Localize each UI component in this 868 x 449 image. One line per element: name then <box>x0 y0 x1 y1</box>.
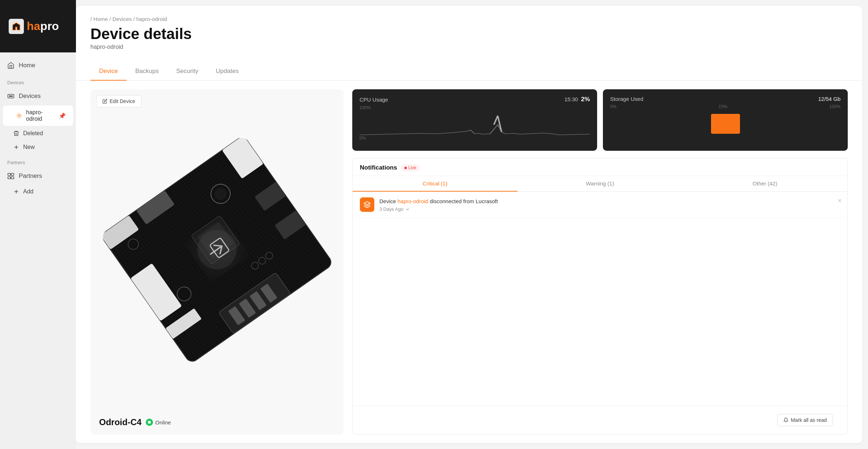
notifications-section: Notifications Live Critical (1) Warning … <box>352 158 848 435</box>
sidebar-item-partners[interactable]: Partners <box>0 167 76 185</box>
notifications-list: Device hapro-odroid disconnected from Lu… <box>353 192 847 406</box>
storage-mid: 23% <box>719 104 727 109</box>
device-panel: Edit Device <box>90 89 344 435</box>
notif-tab-other[interactable]: Other (42) <box>682 176 847 192</box>
storage-visual <box>610 113 841 134</box>
sidebar-item-home-label: Home <box>19 62 35 69</box>
logo-icon <box>9 19 24 34</box>
notifications-tabs: Critical (1) Warning (1) Other (42) <box>353 176 847 192</box>
storage-title: Storage Used <box>610 96 643 102</box>
notification-close-button[interactable]: × <box>838 197 842 204</box>
notifications-footer: Mark all as read <box>353 406 847 434</box>
breadcrumb-devices[interactable]: Devices <box>112 16 132 22</box>
notif-prefix: Device <box>379 198 397 204</box>
svg-point-1 <box>9 96 10 97</box>
device-image-container <box>90 89 344 410</box>
breadcrumb-current: hapro-odroid <box>136 16 167 22</box>
content-body: Edit Device <box>76 81 862 443</box>
tab-device[interactable]: Device <box>90 63 127 81</box>
notifications-header: Notifications Live <box>353 158 847 176</box>
sidebar-add-label: Add <box>23 188 33 195</box>
status-online-dot <box>146 419 153 426</box>
cpu-sub: 100% <box>359 105 590 110</box>
sidebar-deleted-label: Deleted <box>23 130 43 137</box>
page-title: Device details <box>90 26 848 42</box>
notification-icon <box>360 197 374 212</box>
pin-icon: 📌 <box>59 112 66 119</box>
content-card: / Home / Devices / hapro-odroid Device d… <box>76 6 862 443</box>
notif-time-label: 3 Days Ago <box>379 206 404 212</box>
svg-point-2 <box>10 96 12 97</box>
tab-backups[interactable]: Backups <box>127 63 167 81</box>
notification-time: 3 Days Ago <box>379 206 840 212</box>
cpu-zero: 0% <box>359 136 366 141</box>
storage-card: Storage Used 12/54 Gb 0% 23% 100% <box>603 89 848 151</box>
breadcrumb: / Home / Devices / hapro-odroid <box>90 16 848 22</box>
sidebar-item-new[interactable]: New <box>0 140 76 154</box>
mark-read-label: Mark all as read <box>791 417 827 423</box>
notif-suffix: disconnected from Lucrasoft <box>428 198 498 204</box>
page-subtitle: hapro-odroid <box>90 44 848 50</box>
metrics-row: CPU Usage 15:30 2% 100% <box>352 89 848 151</box>
tab-updates[interactable]: Updates <box>207 63 247 81</box>
tab-bar: Device Backups Security Updates <box>76 56 862 81</box>
sidebar-item-devices-label: Devices <box>19 93 41 100</box>
logo-text: hapro <box>27 20 59 33</box>
cpu-time-value: 15:30 2% <box>565 96 590 103</box>
sidebar-subitem-label: hapro-odroid <box>26 109 55 122</box>
svg-rect-7 <box>8 174 11 176</box>
edit-device-button[interactable]: Edit Device <box>96 95 141 107</box>
notification-message: Device hapro-odroid disconnected from Lu… <box>379 197 840 205</box>
cpu-max-label: 100% <box>359 105 371 110</box>
storage-bar <box>711 114 740 134</box>
storage-value: 12/54 Gb <box>818 96 841 102</box>
logo: hapro <box>0 0 76 52</box>
sidebar-item-add[interactable]: Add <box>0 185 76 198</box>
sidebar-item-home[interactable]: Home <box>0 57 76 74</box>
cpu-card: CPU Usage 15:30 2% 100% <box>352 89 597 151</box>
cpu-percent: 2% <box>581 96 590 103</box>
mark-all-read-button[interactable]: Mark all as read <box>777 414 833 426</box>
notification-content: Device hapro-odroid disconnected from Lu… <box>379 197 840 212</box>
svg-rect-10 <box>11 177 14 179</box>
live-dot <box>404 167 407 169</box>
svg-point-3 <box>12 96 13 97</box>
cpu-title: CPU Usage <box>359 97 388 103</box>
notif-tab-warning[interactable]: Warning (1) <box>518 176 682 192</box>
sidebar-item-deleted[interactable]: Deleted <box>0 127 76 140</box>
device-info: Odroid-C4 Online <box>90 410 344 435</box>
page-header: / Home / Devices / hapro-odroid Device d… <box>76 6 862 50</box>
notif-tab-critical[interactable]: Critical (1) <box>353 176 518 192</box>
storage-min: 0% <box>610 104 616 109</box>
tab-security[interactable]: Security <box>167 63 207 81</box>
notifications-title: Notifications <box>360 164 397 171</box>
cpu-min-label: 0% <box>359 136 590 141</box>
sidebar-nav: Home Devices Devices hapro-odroid 📌 <box>0 52 76 449</box>
live-badge: Live <box>401 164 420 171</box>
main-content: / Home / Devices / hapro-odroid Device d… <box>76 0 868 449</box>
section-partners-label: Partners <box>0 154 76 167</box>
sidebar: hapro Home Devices Devices <box>0 0 76 449</box>
svg-point-4 <box>18 115 20 117</box>
svg-rect-8 <box>11 174 14 176</box>
sidebar-item-devices[interactable]: Devices <box>0 87 76 105</box>
sidebar-item-hapro-odroid[interactable]: hapro-odroid 📌 <box>3 106 73 126</box>
edit-device-label: Edit Device <box>110 98 135 104</box>
notification-item: Device hapro-odroid disconnected from Lu… <box>353 192 847 218</box>
section-devices-label: Devices <box>0 74 76 87</box>
status-badge: Online <box>146 419 171 426</box>
svg-rect-9 <box>8 177 11 179</box>
storage-max: 100% <box>829 104 841 109</box>
sidebar-new-label: New <box>23 144 35 150</box>
storage-header: Storage Used 12/54 Gb <box>610 96 841 102</box>
live-label: Live <box>408 165 416 170</box>
sidebar-partners-label: Partners <box>19 172 42 180</box>
storage-sub: 0% 23% 100% <box>610 104 841 109</box>
cpu-header: CPU Usage 15:30 2% <box>359 96 590 103</box>
notif-device-link[interactable]: hapro-odroid <box>397 198 428 204</box>
cpu-chart <box>359 114 590 136</box>
device-board-image <box>90 89 344 410</box>
device-name: Odroid-C4 <box>99 417 141 427</box>
status-label: Online <box>155 419 171 426</box>
breadcrumb-home[interactable]: Home <box>93 16 108 22</box>
